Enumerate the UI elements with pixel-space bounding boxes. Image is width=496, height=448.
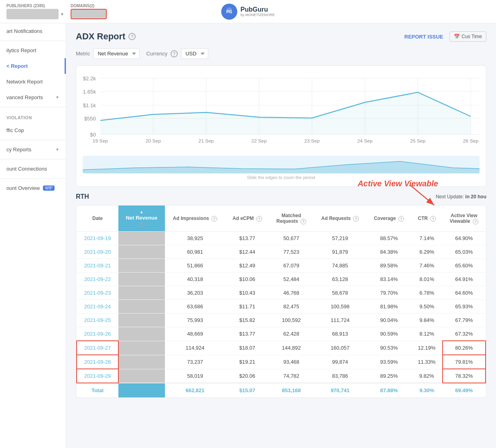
cell-ad-ecpm: $15.82 xyxy=(226,314,269,327)
brand-sub: by MONETIZEMORE xyxy=(240,13,275,17)
cell-avv: 64.90% xyxy=(443,232,486,245)
cell-coverage: 90.04% xyxy=(367,314,411,327)
cell-ad-requests: 68,913 xyxy=(313,327,366,341)
table-row: 2021-09-25 75,993 $15.82 100,592 111,724… xyxy=(77,314,486,327)
report-title-group: ADX Report ? xyxy=(76,31,136,42)
sidebar-item-account-connections[interactable]: ount Connections xyxy=(0,161,66,177)
col-ae-help[interactable]: ? xyxy=(256,216,262,222)
col-net-revenue-label: Net Revenue xyxy=(126,215,157,221)
cell-date: 2021-09-20 xyxy=(77,245,118,259)
dropdown-icon[interactable]: ▼ xyxy=(60,12,64,16)
cell-ctr: 8.12% xyxy=(411,327,443,341)
zoom-chart-svg xyxy=(83,156,480,173)
sidebar-item-cy-reports[interactable]: cy Reports ▼ xyxy=(0,142,66,157)
cy-reports-label: cy Reports xyxy=(6,147,31,153)
cell-coverage: 89.25% xyxy=(367,369,411,383)
col-ctr: CTR ? xyxy=(411,206,443,232)
cell-matched-requests: 52,484 xyxy=(269,273,314,286)
cell-matched-requests: 74,782 xyxy=(269,369,314,383)
col-date: Date xyxy=(77,206,118,232)
cell-ad-impressions: 63,686 xyxy=(165,300,226,314)
cell-ad-ecpm: $13.77 xyxy=(226,232,269,245)
sidebar-item-advanced-reports[interactable]: vanced Reports ▼ xyxy=(0,90,66,105)
cell-coverage: 89.58% xyxy=(367,259,411,273)
cell-ad-requests: 100,598 xyxy=(313,300,366,314)
cell-ad-impressions: 60,981 xyxy=(165,245,226,259)
report-issue-link[interactable]: REPORT ISSUE xyxy=(405,34,443,40)
cell-date: 2021-09-28 xyxy=(77,355,118,369)
footer-ad-impressions: 662,821 xyxy=(165,383,226,397)
total-label: Total xyxy=(77,383,118,397)
domains-label: DOMAINS(2) xyxy=(71,4,107,8)
cell-ad-impressions: 73,237 xyxy=(165,355,226,369)
metric-label: Metric xyxy=(76,51,90,57)
cell-coverage: 88.57% xyxy=(367,232,411,245)
cell-ad-requests: 111,724 xyxy=(313,314,366,327)
cell-revenue xyxy=(118,314,165,327)
table-row: 2021-09-26 48,669 $13.77 62,428 68,913 9… xyxy=(77,327,486,341)
cell-ad-impressions: 48,669 xyxy=(165,327,226,341)
footer-revenue xyxy=(118,383,165,397)
cell-matched-requests: 100,592 xyxy=(269,314,314,327)
custom-time-button[interactable]: 📅 Cus Time xyxy=(449,31,486,42)
col-ar-help[interactable]: ? xyxy=(353,216,359,222)
cell-date: 2021-09-23 xyxy=(77,286,118,300)
wip-badge: WIP xyxy=(43,185,55,191)
cell-ad-ecpm: $12.49 xyxy=(226,259,269,273)
col-ad-ecpm: Ad eCPM ? xyxy=(226,206,269,232)
domains-box[interactable] xyxy=(71,9,107,19)
sidebar-item-traffic-cop[interactable]: ffic Cop xyxy=(0,122,66,138)
cell-ad-impressions: 51,866 xyxy=(165,259,226,273)
col-ai-help[interactable]: ? xyxy=(211,216,217,222)
chevron-down-icon: ▼ xyxy=(55,95,59,100)
col-cov-help[interactable]: ? xyxy=(398,216,404,222)
cell-avv: 67.32% xyxy=(443,327,486,341)
svg-marker-20 xyxy=(100,92,471,134)
col-net-revenue[interactable]: ▲ Net Revenue ? xyxy=(118,206,165,232)
cell-matched-requests: 46,768 xyxy=(269,286,314,300)
cell-date: 2021-09-27 xyxy=(77,341,118,355)
rth-header: RTH Next Update: in 20 hou xyxy=(76,193,486,200)
cell-avv: 65.93% xyxy=(443,300,486,314)
svg-text:26 Sep: 26 Sep xyxy=(463,138,478,143)
sidebar-item-smart-notifications[interactable]: art Notifications xyxy=(0,23,66,39)
footer-ctr: 9.30% xyxy=(411,383,443,397)
col-ad-impressions: Ad Impressions ? xyxy=(165,206,226,232)
cell-ad-impressions: 38,925 xyxy=(165,232,226,245)
cell-ctr: 6.29% xyxy=(411,245,443,259)
account-overview-label: ount Overview xyxy=(6,185,40,191)
cell-avv: 79.81% xyxy=(443,355,486,369)
cell-avv: 64.60% xyxy=(443,286,486,300)
cell-coverage: 90.53% xyxy=(367,341,411,355)
footer-ad-requests: 970,741 xyxy=(313,383,366,397)
currency-help-icon[interactable]: ? xyxy=(171,50,178,57)
currency-control: Currency ? USD xyxy=(146,48,208,59)
publisher-select[interactable] xyxy=(6,9,59,19)
cell-matched-requests: 50,677 xyxy=(269,232,314,245)
col-avv-help[interactable]: ? xyxy=(473,219,478,224)
cell-date: 2021-09-22 xyxy=(77,273,118,286)
cell-ad-requests: 83,786 xyxy=(313,369,366,383)
cell-ctr: 8.01% xyxy=(411,273,443,286)
sidebar-item-network-report[interactable]: Network Report xyxy=(0,74,66,90)
metric-select[interactable]: Net Revenue xyxy=(93,48,140,59)
cell-ctr: 6.78% xyxy=(411,286,443,300)
cell-ctr: 12.19% xyxy=(411,341,443,355)
sidebar-item-analytics-report[interactable]: ilytics Report xyxy=(0,43,66,58)
cell-ctr: 9.84% xyxy=(411,314,443,327)
col-mr-help[interactable]: ? xyxy=(301,219,306,224)
col-ctr-help[interactable]: ? xyxy=(430,216,436,222)
sidebar-item-adx-report[interactable]: < Report xyxy=(0,58,66,74)
chart-zoom-area[interactable] xyxy=(83,156,480,173)
cell-ad-requests: 57,219 xyxy=(313,232,366,245)
svg-text:22 Sep: 22 Sep xyxy=(251,138,266,143)
cell-matched-requests: 77,523 xyxy=(269,245,314,259)
sidebar-item-account-overview[interactable]: ount Overview WIP xyxy=(0,180,66,196)
currency-select[interactable]: USD xyxy=(181,48,208,59)
col-nr-help[interactable]: ? xyxy=(139,222,145,227)
cell-ad-requests: 160,057 xyxy=(313,341,366,355)
report-help-icon[interactable]: ? xyxy=(128,33,136,40)
cell-date: 2021-09-29 xyxy=(77,369,118,383)
next-update-label: Next Update: xyxy=(436,194,464,200)
cell-revenue xyxy=(118,245,165,259)
